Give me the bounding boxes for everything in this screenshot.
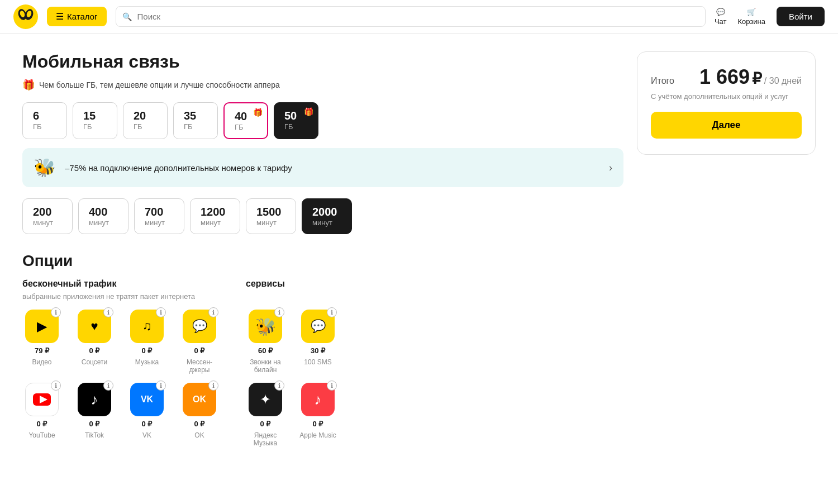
app-icon-wrap: 🐝ℹ [249,310,282,343]
app-name: TikTok [85,431,104,439]
min-option-1500[interactable]: 1500минут [246,198,296,234]
app-price: 60 ₽ [258,346,273,355]
info-badge[interactable]: ℹ [274,307,284,317]
app-item-мессен-джеры[interactable]: 💬ℹ0 ₽Мессен-джеры [180,310,219,374]
app-item-яндекс-музыка[interactable]: ✦ℹ0 ₽Яндекс Музыка [246,383,285,447]
app-price: 79 ₽ [35,346,49,355]
total-currency: ₽ [752,70,762,87]
catalog-button[interactable]: ☰ Каталог [47,7,107,26]
search-icon: 🔍 [122,12,132,21]
app-name: YouTube [28,431,55,439]
chat-button[interactable]: 💬 Чат [715,8,727,26]
sidebar-card: Итого 1 669 ₽ / 30 дней С учётом дополни… [637,51,816,155]
gift-icon: 🎁 [253,108,263,117]
app-price: 0 ₽ [89,420,100,428]
app-icon-wrap: VKℹ [130,383,164,416]
app-item-100-sms[interactable]: 💬ℹ30 ₽100 SMS [298,310,337,374]
app-item-звонки-на-билайн[interactable]: 🐝ℹ60 ₽Звонки на билайн [246,310,285,374]
app-price: 0 ₽ [194,346,205,355]
app-name: 100 SMS [304,358,331,366]
promo-hint: 🎁 Чем больше ГБ, тем дешевле опции и луч… [22,79,623,91]
gb-option-20[interactable]: 20ГБ [123,102,168,139]
infinite-traffic-col: бесконечный трафик выбранные приложения … [22,279,219,451]
app-name: Видео [32,358,51,366]
chat-icon: 💬 [716,8,725,16]
min-option-400[interactable]: 400минут [78,198,128,234]
options-title: Опции [22,252,623,270]
info-badge[interactable]: ℹ [103,381,113,391]
app-icon-wrap: 💬ℹ [301,310,335,343]
info-badge[interactable]: ℹ [274,381,284,391]
min-option-700[interactable]: 700минут [134,198,184,234]
gb-selector: 6ГБ15ГБ20ГБ35ГБ40ГБ🎁50ГБ🎁 [22,102,623,139]
app-item-youtube[interactable]: ℹ0 ₽YouTube [22,383,61,439]
hamburger-icon: ☰ [56,11,64,22]
cart-button[interactable]: 🛒 Корзина [737,8,765,26]
info-badge[interactable]: ℹ [51,307,61,317]
app-row-4: ✦ℹ0 ₽Яндекс Музыка♪ℹ0 ₽Apple Music [246,383,337,447]
total-price-wrap: 1 669 ₽ / 30 дней [699,65,802,89]
info-badge[interactable]: ℹ [156,307,166,317]
min-option-1200[interactable]: 1200минут [190,198,240,234]
total-period: / 30 дней [764,76,802,85]
gb-option-6[interactable]: 6ГБ [22,102,67,139]
promo-banner-text: –75% на подключение дополнительных номер… [65,163,600,173]
app-name: OK [194,431,204,439]
app-name: Музыка [135,358,159,366]
app-name: Соцсети [82,358,108,366]
gb-option-15[interactable]: 15ГБ [73,102,117,139]
app-row-2: 🐝ℹ60 ₽Звонки на билайн💬ℹ30 ₽100 SMS [246,310,337,374]
info-badge[interactable]: ℹ [327,307,337,317]
app-icon-wrap: ✦ℹ [249,383,282,416]
gb-option-40[interactable]: 40ГБ🎁 [223,102,268,139]
app-name: Мессен-джеры [180,358,219,374]
gift-hint-icon: 🎁 [22,79,35,91]
info-badge[interactable]: ℹ [51,381,61,391]
app-item-музыка[interactable]: ♫ℹ0 ₽Музыка [127,310,166,374]
app-icon-wrap: ♪ℹ [301,383,335,416]
main-layout: Мобильная связь 🎁 Чем больше ГБ, тем деш… [0,34,838,469]
search-input[interactable] [116,6,706,27]
content-area: Мобильная связь 🎁 Чем больше ГБ, тем деш… [22,51,623,451]
services-title: сервисы [246,279,337,289]
app-item-соцсети[interactable]: ♥ℹ0 ₽Соцсети [75,310,114,374]
app-name: Звонки на билайн [246,358,285,374]
app-icon-wrap: ℹ [25,383,59,416]
app-price: 0 ₽ [89,346,100,355]
logo[interactable] [13,4,38,29]
app-item-видео[interactable]: ▶ℹ79 ₽Видео [22,310,61,374]
app-price: 30 ₽ [311,346,325,355]
app-item-apple-music[interactable]: ♪ℹ0 ₽Apple Music [298,383,337,447]
app-item-ok[interactable]: OKℹ0 ₽OK [180,383,219,439]
min-option-200[interactable]: 200минут [22,198,73,234]
min-selector: 200минут400минут700минут1200минут1500мин… [22,198,623,234]
app-icon-wrap: ♫ℹ [130,310,164,343]
app-item-vk[interactable]: VKℹ0 ₽VK [127,383,166,439]
gb-option-35[interactable]: 35ГБ [173,102,218,139]
next-button[interactable]: Далее [651,112,802,139]
min-option-2000[interactable]: 2000минут [302,198,352,234]
cart-label: Корзина [737,17,765,26]
options-grid: бесконечный трафик выбранные приложения … [22,279,623,451]
app-icon-wrap: 💬ℹ [183,310,216,343]
login-button[interactable]: Войти [777,7,825,26]
chat-label: Чат [715,17,727,26]
app-row-3: ℹ0 ₽YouTube♪ℹ0 ₽TikTokVKℹ0 ₽VKOKℹ0 ₽OK [22,383,219,439]
search-wrap: 🔍 [116,6,706,27]
info-badge[interactable]: ℹ [208,381,218,391]
info-badge[interactable]: ℹ [103,307,113,317]
page-title: Мобильная связь [22,51,623,72]
gb-option-50[interactable]: 50ГБ🎁 [274,102,318,139]
promo-banner[interactable]: 🐝 –75% на подключение дополнительных ном… [22,148,623,187]
promo-hint-text: Чем больше ГБ, тем дешевле опции и лучше… [39,80,280,89]
total-label: Итого [651,76,674,86]
app-price: 0 ₽ [37,420,47,428]
app-icon-wrap: ▶ℹ [25,310,59,343]
app-item-tiktok[interactable]: ♪ℹ0 ₽TikTok [75,383,114,439]
infinite-traffic-title: бесконечный трафик [22,279,219,289]
total-sub: С учётом дополнительных опций и услуг [651,92,802,101]
info-badge[interactable]: ℹ [156,381,166,391]
info-badge[interactable]: ℹ [208,307,218,317]
app-name: Яндекс Музыка [246,431,285,447]
info-badge[interactable]: ℹ [327,381,337,391]
